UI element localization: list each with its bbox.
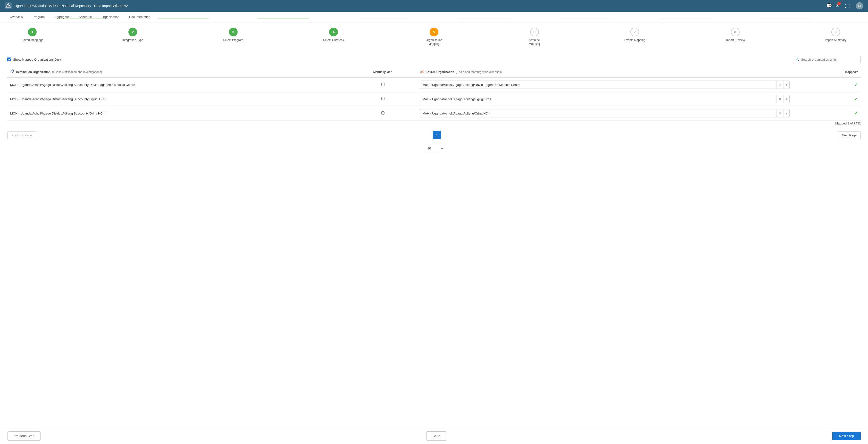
connector-5-6 [459,18,509,19]
connector-2-3 [158,18,208,19]
step-label-5: Organisation Mapping [423,38,445,46]
notification-icon[interactable]: ✉ 2 [836,3,839,8]
step-label-8: Import Preview [725,38,745,42]
step-circle-3: 3 [229,28,238,36]
main-content: Show Mapped Organisations Only 🔍 [0,51,868,444]
step-label-2: Integration Type [122,38,143,42]
step-label-7: Events Mapping [624,38,645,42]
source-clear-btn-0[interactable]: ✕ [776,81,783,89]
step-label-1: Saved Mappings [22,38,43,42]
save-btn[interactable]: Save [427,432,446,441]
tab-documentation[interactable]: Documentation [124,12,155,23]
toolbar: Show Mapped Organisations Only 🔍 [7,56,861,63]
connector-6-7 [559,18,610,19]
source-cell-2: ✕ ▾ [417,106,793,121]
app-logo-icon [5,2,12,9]
step-circle-7: 7 [630,28,639,36]
stepper: 1 Saved Mappings 2 Integration Type 3 Se… [0,23,868,51]
step-circle-2: 2 [128,28,137,36]
mapped-header: Mapped? [793,67,861,77]
manually-map-cell-2 [348,106,417,121]
page-number[interactable]: 1 [433,131,441,139]
connector-4-5 [359,18,409,19]
step-6: 6 Attribute Mapping [509,28,559,46]
connector-7-8 [660,18,710,19]
source-input-wrap-0: ✕ ▾ [420,81,789,89]
step-3: 3 Select Program [208,28,258,42]
src-header-icon [420,70,424,74]
source-clear-btn-2[interactable]: ✕ [776,109,783,117]
svg-marker-4 [10,70,14,72]
manually-map-cell-0 [348,77,417,92]
per-page-row: 10 25 50 100 [7,145,861,152]
avatar[interactable]: SS [856,2,863,9]
step-4: 4 Select Outbreak [309,28,359,42]
search-icon: 🔍 [796,58,800,61]
source-input-0[interactable] [420,81,776,89]
prev-page-btn[interactable]: Previous Page [7,131,36,139]
dest-cell-1: MOH - Uganda/Acholi/Agago District/Adila… [7,92,348,106]
step-2: 2 Integration Type [108,28,158,42]
manually-map-checkbox-0[interactable] [381,83,384,86]
table-row: MOH - Uganda/Acholi/Agago District/Adila… [7,92,861,106]
manually-map-checkbox-1[interactable] [381,97,384,100]
step-circle-5: 5 [430,28,438,36]
tab-schedule[interactable]: Schedule [74,12,97,23]
apps-icon[interactable]: ⋮⋮ [843,3,852,8]
source-input-1[interactable] [420,95,776,103]
search-input[interactable] [801,58,858,61]
source-clear-btn-1[interactable]: ✕ [776,95,783,103]
dest-header: Destination Organization (eCase Notifica… [7,67,348,77]
manually-map-checkbox-2[interactable] [381,112,384,115]
source-header: Source Organization (Ebola and Marburg v… [417,67,793,77]
next-step-btn[interactable]: Next Step [832,432,861,440]
tab-program[interactable]: Program [28,12,50,23]
step-9: 9 Import Summary [810,28,861,42]
tab-aggregate[interactable]: Aggregate [50,12,74,23]
dest-header-icon [10,69,14,75]
step-circle-1: 1 [28,28,37,36]
dest-cell-0: MOH - Uganda/Acholi/Agago District/Adila… [7,77,348,92]
show-mapped-checkbox-label[interactable]: Show Mapped Organisations Only [7,58,61,61]
mapped-cell-2: ✔ [793,106,861,121]
tab-organisation[interactable]: Organisation [97,12,124,23]
step-label-4: Select Outbreak [323,38,344,42]
step-label-6: Attribute Mapping [524,38,546,46]
mapped-cell-0: ✔ [793,77,861,92]
connector-1-2 [58,18,108,19]
step-5: 5 Organisation Mapping [409,28,459,46]
mapped-checkmark-1: ✔ [854,97,858,101]
step-circle-9: 9 [831,28,840,36]
per-page-select[interactable]: 10 25 50 100 [424,145,444,152]
table-row: MOH - Uganda/Acholi/Agago District/Adila… [7,77,861,92]
pagination-row: Previous Page 1 Next Page [7,129,861,141]
src-header-text: Source Organization (Ebola and Marburg v… [426,70,502,74]
mapping-table: Destination Organization (eCase Notifica… [7,67,861,121]
step-7: 7 Events Mapping [610,28,660,42]
prev-step-btn[interactable]: Previous Step [7,432,40,441]
chat-icon[interactable]: 💬 [827,3,832,8]
step-circle-4: 4 [329,28,338,36]
step-label-3: Select Program [223,38,243,42]
app-title: Uganda eIDSR and COVID 19 National Repos… [14,4,128,8]
source-dropdown-btn-1[interactable]: ▾ [783,95,789,103]
svg-point-3 [8,6,8,7]
bottom-bar: Previous Step Save Next Step [0,428,868,444]
source-cell-1: ✕ ▾ [417,92,793,106]
show-mapped-checkbox[interactable] [7,58,11,61]
tab-overview[interactable]: Overview [5,12,28,23]
step-label-9: Import Summary [825,38,846,42]
step-circle-8: 8 [731,28,740,36]
next-page-btn[interactable]: Next Page [838,131,861,139]
step-circle-6: 6 [530,28,539,36]
manually-map-header: Manually Map [348,67,417,77]
manually-map-cell-1 [348,92,417,106]
mapped-count: Mapped 3 of 7432 [7,122,861,125]
source-cell-0: ✕ ▾ [417,77,793,92]
step-8: 8 Import Preview [710,28,761,42]
source-input-2[interactable] [420,110,776,117]
step-1: 1 Saved Mappings [7,28,58,42]
source-dropdown-btn-0[interactable]: ▾ [783,81,789,89]
source-dropdown-btn-2[interactable]: ▾ [783,109,789,117]
mapped-checkmark-0: ✔ [854,82,858,87]
